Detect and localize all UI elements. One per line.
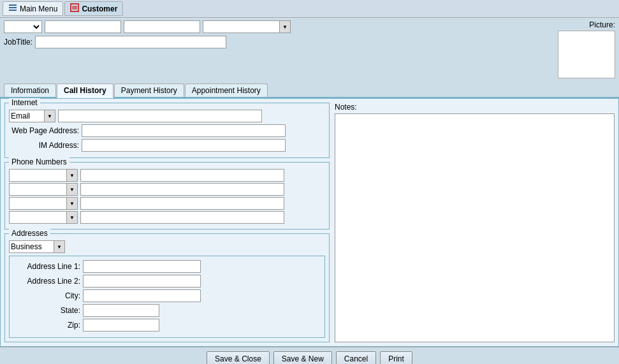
address-type-row: ▼ (9, 240, 325, 253)
email-dropdown-btn[interactable]: ▼ (44, 110, 55, 122)
webpage-input[interactable] (82, 124, 286, 137)
notes-label: Notes: (335, 103, 615, 112)
phone-type-input-2[interactable] (9, 183, 66, 196)
tab-payment-history[interactable]: Payment History (114, 84, 184, 97)
tab-main-menu[interactable]: Main Menu (3, 1, 63, 16)
field2-combo: ▼ (203, 20, 291, 33)
print-button[interactable]: Print (380, 351, 412, 364)
addr-line1-label: Address Line 1: (13, 262, 80, 271)
phone-type-4: ▼ (9, 211, 78, 224)
addresses-section: Addresses ▼ Address Line 1: Address Line… (4, 233, 330, 342)
email-row: ▼ (9, 110, 325, 122)
jobtitle-input[interactable] (35, 36, 226, 48)
phone-number-2[interactable] (80, 183, 284, 196)
addr-zip-label: Zip: (13, 321, 80, 330)
addr-line1-input[interactable] (83, 260, 201, 273)
addr-line2-input[interactable] (83, 275, 201, 288)
addr-city-input[interactable] (83, 289, 201, 302)
phone-section-title: Phone Numbers (9, 157, 69, 166)
phone-dropdown-btn-2[interactable]: ▼ (66, 183, 78, 196)
form-left: Internet ▼ Web Page Address: IM Address: (4, 103, 330, 342)
tab-information[interactable]: Information (4, 84, 56, 97)
phone-dropdown-btn-3[interactable]: ▼ (66, 197, 78, 210)
addr-zip-input[interactable] (83, 319, 159, 331)
top-field-2[interactable] (124, 20, 200, 33)
phone-row-2: ▼ (9, 183, 325, 196)
top-field-3[interactable] (203, 20, 279, 33)
addr-city-label: City: (13, 291, 80, 300)
jobtitle-label: JobTitle: (4, 38, 33, 47)
top-form-right: Picture: (551, 20, 615, 78)
addr-line2-row: Address Line 2: (13, 275, 321, 288)
notes-textarea[interactable] (335, 113, 615, 342)
phone-type-3: ▼ (9, 197, 78, 210)
addr-line1-row: Address Line 1: (13, 260, 321, 273)
internet-section-title: Internet (9, 98, 40, 107)
dropdown2-btn[interactable]: ▼ (279, 20, 291, 33)
customer-label: Customer (82, 4, 117, 13)
main-menu-label: Main Menu (20, 4, 57, 13)
phone-section: Phone Numbers ▼ ▼ (4, 162, 330, 229)
jobtitle-row: JobTitle: (4, 36, 549, 48)
customer-icon (70, 3, 79, 14)
svg-rect-0 (9, 4, 17, 6)
cancel-button[interactable]: Cancel (336, 351, 376, 364)
webpage-row: Web Page Address: (9, 124, 325, 137)
im-label: IM Address: (9, 141, 79, 150)
top-form: ▼ JobTitle: Picture: (0, 18, 619, 81)
svg-rect-2 (9, 10, 17, 11)
addr-state-label: State: (13, 306, 80, 315)
top-row-1: ▼ (4, 20, 549, 33)
menu-icon (8, 3, 17, 14)
top-field-1[interactable] (45, 20, 121, 33)
phone-row-1: ▼ (9, 169, 325, 182)
phone-type-1: ▼ (9, 169, 78, 182)
internet-section: Internet ▼ Web Page Address: IM Address: (4, 103, 330, 158)
tab-call-history[interactable]: Call History (57, 84, 113, 98)
webpage-label: Web Page Address: (9, 126, 79, 135)
addr-state-row: State: (13, 304, 321, 317)
phone-number-4[interactable] (80, 211, 284, 224)
addr-zip-row: Zip: (13, 319, 321, 331)
im-row: IM Address: (9, 139, 325, 152)
tabs-row: Information Call History Payment History… (0, 81, 619, 98)
address-box: Address Line 1: Address Line 2: City: St… (9, 256, 325, 338)
addr-line2-label: Address Line 2: (13, 277, 80, 286)
phone-type-input-3[interactable] (9, 197, 66, 210)
tab-customer[interactable]: Customer (64, 1, 123, 16)
picture-label: Picture: (589, 20, 615, 29)
picture-box (558, 31, 615, 78)
im-input[interactable] (82, 139, 286, 152)
tab-appointment-history[interactable]: Appointment History (185, 84, 268, 97)
address-type-btn[interactable]: ▼ (54, 240, 65, 253)
email-combo: ▼ (9, 110, 55, 122)
addr-state-input[interactable] (83, 304, 159, 317)
svg-rect-1 (9, 7, 17, 8)
phone-dropdown-btn-4[interactable]: ▼ (66, 211, 78, 224)
phone-number-1[interactable] (80, 169, 284, 182)
email-type-input[interactable] (9, 110, 44, 122)
title-bar: Main Menu Customer (0, 0, 619, 18)
address-type-combo: ▼ (9, 240, 65, 253)
phone-type-input-1[interactable] (9, 169, 66, 182)
addresses-section-title: Addresses (9, 229, 50, 238)
phone-row-4: ▼ (9, 211, 325, 224)
top-form-left: ▼ JobTitle: (4, 20, 549, 48)
phone-type-2: ▼ (9, 183, 78, 196)
phone-row-3: ▼ (9, 197, 325, 210)
phone-dropdown-btn-1[interactable]: ▼ (66, 169, 78, 182)
save-close-button[interactable]: Save & Close (207, 351, 270, 364)
save-new-button[interactable]: Save & New (273, 351, 332, 364)
email-input[interactable] (58, 110, 262, 122)
form-body: Internet ▼ Web Page Address: IM Address: (0, 98, 619, 347)
phone-number-3[interactable] (80, 197, 284, 210)
bottom-bar: Save & Close Save & New Cancel Print (0, 347, 619, 364)
phone-type-input-4[interactable] (9, 211, 66, 224)
address-type-input[interactable] (9, 240, 54, 253)
form-right: Notes: (335, 103, 615, 342)
addr-city-row: City: (13, 289, 321, 302)
field1-combo (4, 20, 42, 33)
dropdown1[interactable] (4, 20, 42, 33)
